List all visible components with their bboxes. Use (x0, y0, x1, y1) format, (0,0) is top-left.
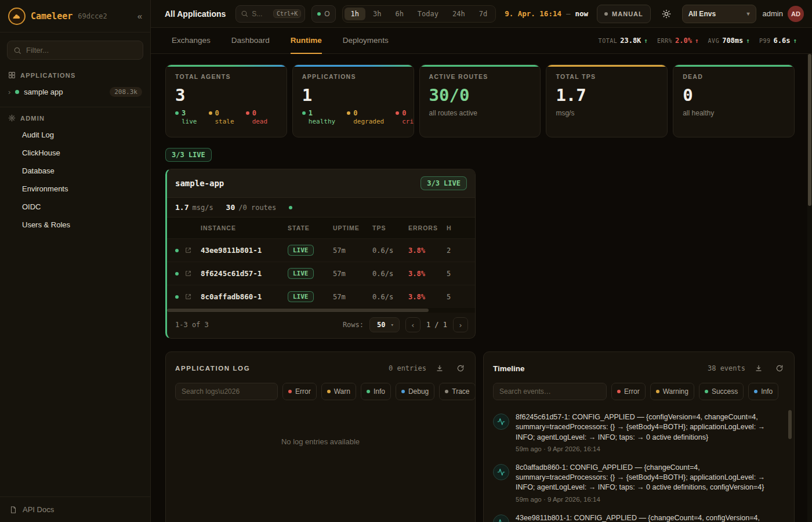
time-range-today[interactable]: Today (411, 8, 445, 20)
app-card-header[interactable]: sample-app 3/3 LIVE (167, 169, 475, 198)
timeline-search-input[interactable] (493, 383, 607, 400)
prev-page-button[interactable]: ‹ (405, 317, 420, 332)
card-title: APPLICATIONS (302, 73, 404, 80)
card-accent (166, 65, 287, 67)
refresh-button[interactable] (772, 361, 787, 376)
sidebar-filter[interactable] (7, 41, 143, 60)
metric-avg-value: 708ms (722, 37, 743, 45)
main-scrollbar[interactable] (807, 54, 812, 522)
log-filter-info[interactable]: Info (361, 383, 391, 400)
timeline-filter-error[interactable]: Error (611, 383, 646, 400)
chevron-down-icon: ▾ (390, 322, 393, 328)
timeline-scrollbar[interactable] (788, 410, 792, 522)
log-search-input[interactable] (175, 383, 278, 400)
card-total-agents: TOTAL AGENTS 3 3 live 0 stale 0 (165, 64, 287, 137)
tab-dashboard[interactable]: Dashboard (231, 28, 270, 54)
timeline-filter-success[interactable]: Success (699, 383, 744, 400)
sidebar-item-database[interactable]: Database (0, 162, 150, 180)
log-filter-trace[interactable]: Trace (439, 383, 475, 400)
app-status-dot (15, 90, 19, 94)
timeline-filter-info[interactable]: Info (748, 383, 778, 400)
log-filter-debug[interactable]: Debug (396, 383, 434, 400)
refresh-button[interactable] (453, 361, 468, 376)
online-status-chip[interactable]: O (311, 5, 335, 23)
global-search[interactable]: S... Ctrl+K (235, 5, 305, 23)
main-scrollbar-thumb[interactable] (808, 54, 811, 206)
log-filter-warn[interactable]: Warn (321, 383, 356, 400)
info-dot (367, 390, 370, 393)
activity-icon (493, 464, 509, 480)
theme-toggle-button[interactable] (657, 5, 676, 23)
time-range-7d[interactable]: 7d (473, 8, 494, 20)
tps-value: 0.6/s (372, 270, 408, 278)
status-dot-yellow (347, 111, 350, 115)
time-range-3h[interactable]: 3h (367, 8, 387, 20)
avatar[interactable]: AD (788, 6, 804, 22)
timeline-filter-warning[interactable]: Warning (650, 383, 694, 400)
next-page-button[interactable]: › (453, 317, 468, 332)
timeline-event-list: 8f6245c61d57-1: CONFIG_APPLIED — {config… (484, 407, 794, 522)
expand-chevron-icon[interactable]: › (8, 88, 10, 96)
manual-mode-label: MANUAL (612, 10, 643, 17)
table-row[interactable]: 8f6245c61d57-1 LIVE 57m 0.6/s 3.8% 5 (167, 262, 475, 285)
errors-value: 3.8% (408, 293, 447, 301)
env-select-value: All Envs (688, 10, 716, 18)
dead-label: dead (246, 118, 268, 125)
rows-per-page-select[interactable]: 50 ▾ (369, 317, 400, 332)
horizontal-scrollbar-thumb[interactable] (167, 309, 429, 312)
tab-deployments[interactable]: Deployments (343, 28, 389, 54)
card-value: 1 (302, 85, 404, 105)
log-filter-error[interactable]: Error (282, 383, 317, 400)
card-applications: APPLICATIONS 1 1 healthy 0 degraded 0 (292, 64, 414, 137)
table-row[interactable]: 43ee9811b801-1 LIVE 57m 0.6/s 3.8% 2 (167, 238, 475, 262)
user-menu[interactable]: admin AD (763, 6, 804, 22)
instance-id: 8f6245c61d57-1 (201, 269, 288, 278)
sun-icon (662, 9, 671, 19)
sidebar-item-oidc[interactable]: OIDC (0, 198, 150, 216)
external-link-icon[interactable] (184, 246, 201, 254)
camel-logo-icon (8, 8, 26, 25)
app-name: sample-app (175, 179, 224, 188)
download-button[interactable] (432, 361, 447, 376)
extra-value: 5 (447, 293, 470, 301)
env-select[interactable]: All Envs ▾ (682, 5, 756, 23)
timeline-scrollbar-thumb[interactable] (788, 410, 792, 439)
external-link-icon[interactable] (184, 270, 201, 277)
manual-mode-button[interactable]: MANUAL (597, 5, 651, 23)
filter-label: Warning (663, 387, 688, 396)
app-item-label: sample app (24, 88, 63, 96)
uptime-value: 57m (333, 270, 372, 278)
event-timestamp: 59m ago · 9 Apr 2026, 16:14 (516, 445, 770, 452)
trend-up-icon: ↑ (695, 37, 699, 45)
card-title: TOTAL TPS (556, 73, 658, 80)
sidebar-item-environments[interactable]: Environments (0, 180, 150, 198)
uptime-value: 57m (333, 246, 372, 255)
sidebar-item-users-roles[interactable]: Users & Roles (0, 216, 150, 234)
col-extra: H (447, 224, 470, 231)
table-row[interactable]: 8c0affadb860-1 LIVE 57m 0.6/s 3.8% 5 (167, 285, 475, 308)
breakdown-degraded: 0 degraded (347, 109, 384, 125)
tab-runtime[interactable]: Runtime (291, 28, 322, 54)
sidebar-item-sample-app[interactable]: › sample app 208.3k (0, 83, 150, 101)
event-text: 8f6245c61d57-1: CONFIG_APPLIED — {config… (516, 412, 770, 443)
filter-input[interactable] (26, 46, 137, 55)
horizontal-scrollbar[interactable] (167, 308, 475, 313)
time-range-24h[interactable]: 24h (446, 8, 472, 20)
tab-exchanges[interactable]: Exchanges (172, 28, 211, 54)
status-dot-green (302, 111, 306, 115)
time-range-6h[interactable]: 6h (389, 8, 409, 20)
filter-label: Error (295, 387, 311, 396)
tabbar: Exchanges Dashboard Runtime Deployments … (151, 28, 812, 54)
now-label: now (575, 9, 589, 18)
download-button[interactable] (751, 361, 766, 376)
sidebar-item-clickhouse[interactable]: ClickHouse (0, 144, 150, 162)
page-indicator: 1 / 1 (426, 321, 447, 329)
external-link-icon[interactable] (184, 293, 201, 300)
sidebar-collapse-icon[interactable]: « (137, 11, 142, 21)
live-label: live (175, 118, 197, 125)
time-range-1h[interactable]: 1h (345, 8, 365, 20)
sidebar-item-audit-log[interactable]: Audit Log (0, 126, 150, 144)
application-log-panel: APPLICATION LOG 0 entries Error Warn (165, 351, 476, 522)
api-docs-link[interactable]: API Docs (0, 496, 150, 522)
metric-avg: AVG 708ms ↑ (708, 37, 750, 45)
